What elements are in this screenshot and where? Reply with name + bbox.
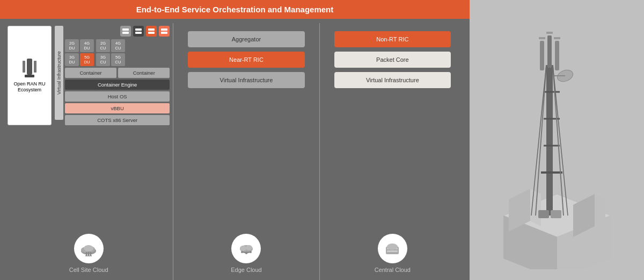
svg-rect-49 (547, 35, 552, 68)
central-cloud-column: Non-RT RIC Packet Core Virtual Infrastru… (320, 23, 465, 280)
antenna-icon (21, 59, 38, 80)
svg-rect-10 (161, 28, 167, 31)
svg-rect-7 (135, 32, 142, 34)
svg-point-15 (84, 245, 93, 252)
hardware-icon-row (65, 26, 170, 37)
5g-du-box: 5GDU (80, 53, 94, 66)
svg-rect-57 (538, 210, 549, 218)
svg-rect-0 (27, 59, 32, 75)
cots-box: COTS x86 Server (65, 115, 170, 125)
near-rt-ric-box: Near-RT RIC (188, 52, 305, 68)
svg-rect-5 (122, 32, 129, 34)
container-box-2: Container (118, 68, 170, 78)
server-orange2-icon (159, 26, 170, 37)
3g-cu-box: 3GCU (96, 53, 110, 66)
container-engine-box: Container Engine (65, 80, 170, 90)
svg-rect-6 (135, 28, 142, 31)
tower-illustration (471, 11, 643, 269)
svg-rect-47 (540, 41, 544, 70)
svg-rect-4 (122, 28, 129, 31)
svg-rect-52 (546, 32, 553, 34)
edge-virtual-infra-box: Virtual Infrastructure (188, 72, 305, 88)
svg-point-21 (240, 246, 246, 251)
central-cloud-icon (378, 234, 407, 263)
svg-rect-1 (23, 61, 25, 73)
svg-rect-9 (148, 32, 155, 34)
container-box-1: Container (65, 68, 116, 78)
open-ran-box: Open RAN RU Ecosystem (8, 26, 52, 125)
svg-rect-3 (25, 75, 34, 77)
edge-cloud-column: Aggregator Near-RT RIC Virtual Infrastru… (173, 23, 319, 280)
svg-line-43 (536, 65, 546, 216)
vbbu-box: vBBU (65, 103, 170, 113)
svg-line-44 (553, 65, 564, 216)
svg-line-46 (553, 65, 568, 216)
cell-site-column: Open RAN RU Ecosystem Virtual Infrastruc… (4, 23, 173, 280)
central-cloud-label: Central Cloud (375, 267, 411, 273)
svg-rect-38 (546, 65, 553, 216)
server-dark-icon (133, 26, 144, 37)
virtual-infrastructure-label: Virtual Infrastructure (55, 26, 63, 120)
3g-du-box: 3GDU (65, 53, 79, 66)
cell-site-cloud-icon (74, 234, 104, 263)
4g-cu-box: 4GCU (111, 39, 125, 52)
container-row: Container Container (65, 68, 170, 78)
5g-cu-box: 5GCU (111, 53, 125, 66)
top-banner: End-to-End Service Orchestration and Man… (0, 0, 470, 19)
server-orange-icon (146, 26, 157, 37)
central-virtual-infra-box: Virtual Infrastructure (334, 72, 451, 88)
2g-du-box: 2GDU (65, 39, 79, 52)
svg-rect-2 (34, 61, 36, 73)
4g-du-box: 4GDU (80, 39, 94, 52)
svg-rect-31 (387, 250, 398, 252)
server-gray-icon (120, 26, 131, 37)
packet-core-box: Packet Core (334, 52, 451, 68)
2g-cu-box: 2GCU (96, 39, 110, 52)
svg-rect-58 (551, 210, 561, 218)
aggregator-box: Aggregator (188, 31, 305, 47)
svg-rect-48 (555, 41, 559, 70)
edge-cloud-icon (231, 234, 261, 263)
tower-image-area (470, 0, 644, 280)
host-os-box: Host OS (65, 91, 170, 102)
cell-site-cloud-label: Cell Site Cloud (69, 267, 108, 273)
edge-cloud-label: Edge Cloud (231, 267, 262, 273)
svg-point-22 (246, 245, 252, 250)
svg-rect-11 (161, 32, 167, 34)
svg-marker-56 (595, 194, 605, 232)
svg-rect-51 (554, 37, 560, 39)
non-rt-ric-box: Non-RT RIC (334, 31, 451, 47)
du-cu-section: 2GDU 4GDU 3GDU 5GDU (65, 39, 170, 66)
svg-rect-8 (148, 28, 155, 31)
svg-point-32 (387, 243, 398, 250)
svg-rect-50 (539, 37, 545, 39)
